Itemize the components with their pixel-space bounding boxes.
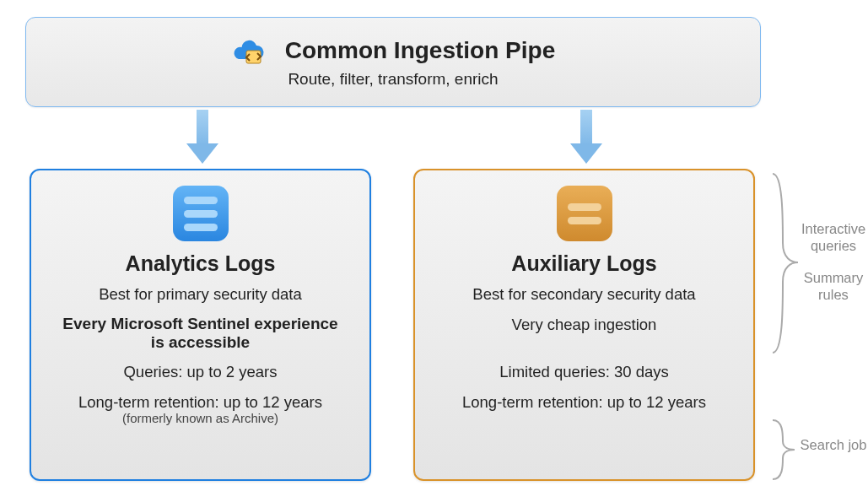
analytics-queries: Queries: up to 2 years <box>123 362 277 382</box>
analytics-retention: Long-term retention: up to 12 years <box>78 392 322 413</box>
auxiliary-logs-card: Auxiliary Logs Best for secondary securi… <box>413 169 755 481</box>
cloud-transform-icon <box>231 35 267 66</box>
arrow-to-analytics-icon <box>190 110 215 162</box>
analytics-logs-card: Analytics Logs Best for primary security… <box>30 169 371 481</box>
svg-rect-0 <box>246 51 261 63</box>
auxiliary-retention: Long-term retention: up to 12 years <box>462 392 706 413</box>
auxiliary-title: Auxiliary Logs <box>511 251 656 276</box>
auxiliary-best-for: Best for secondary security data <box>472 284 695 305</box>
analytics-highlight: Every Microsoft Sentinel experience is a… <box>62 315 339 352</box>
analytics-retention-note: (formerly known as Archive) <box>122 411 278 425</box>
annotation-summary-rules: Summary rules <box>800 270 867 304</box>
auxiliary-highlight: Very cheap ingestion <box>512 315 657 335</box>
analytics-logs-icon <box>173 186 229 241</box>
arrow-to-auxiliary-icon <box>574 110 599 162</box>
common-ingestion-pipe-box: Common Ingestion Pipe Route, filter, tra… <box>25 17 761 107</box>
auxiliary-queries: Limited queries: 30 days <box>499 362 669 382</box>
analytics-title: Analytics Logs <box>126 251 276 276</box>
diagram-stage: Common Ingestion Pipe Route, filter, tra… <box>0 0 868 502</box>
analytics-best-for: Best for primary security data <box>99 284 302 305</box>
annotation-search-job: Search job <box>800 437 867 454</box>
pipe-title: Common Ingestion Pipe <box>285 37 555 64</box>
pipe-subtitle: Route, filter, transform, enrich <box>288 70 498 89</box>
auxiliary-logs-icon <box>557 186 612 241</box>
annotation-interactive-queries: Interactive queries <box>800 221 867 255</box>
